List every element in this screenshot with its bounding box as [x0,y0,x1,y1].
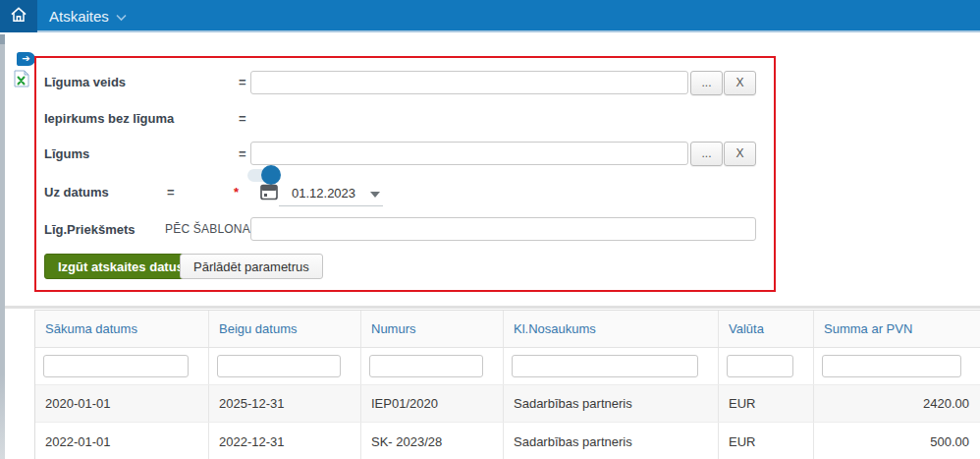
toggle-knob [261,165,281,185]
column-header-valuta[interactable]: Valūta [719,311,814,347]
cell-kl-nosaukums: Sadarbības partneris [504,385,719,422]
section-divider [5,306,980,309]
ligums-label: Līgums [44,146,89,161]
cell-sakuma-datums: 2020-01-01 [35,385,209,422]
iepirkums-bez-liguma-label: Iepirkums bez līguma [44,111,174,126]
cell-numurs: IEP01/2020 [361,385,504,422]
page-title-dropdown[interactable]: Atskaites [49,0,127,32]
table-row[interactable]: 2020-01-01 2025-12-31 IEP01/2020 Sadarbī… [35,385,980,423]
filter-input-valuta[interactable] [727,355,793,377]
excel-icon [14,76,29,90]
page-title: Atskaites [49,8,109,25]
app-window: Atskaites ➔ Līguma veids = ... X Iepirku… [0,0,980,459]
iepirkums-bez-liguma-toggle[interactable] [247,169,276,182]
column-header-kl-nosaukums[interactable]: Kl.Nosaukums [504,311,719,347]
parameters-panel: Līguma veids = ... X Iepirkums bez līgum… [34,56,776,292]
table-filter-row [35,348,980,385]
uz-datums-value[interactable]: 01.12.2023 [292,186,355,201]
liguma-veids-lookup-button[interactable]: ... [690,71,723,95]
ligums-operator: = [239,146,246,161]
panel-expand-button[interactable]: ➔ [17,52,35,66]
filter-input-kl-nosaukums[interactable] [512,355,698,377]
liguma-veids-operator: = [239,75,246,89]
filter-input-numurs[interactable] [369,355,483,377]
results-table: Sākuma datums Beigu datums Numurs Kl.Nos… [34,310,980,459]
cell-kl-nosaukums: Sadarbības partneris [504,423,719,459]
lig-priekssmets-input[interactable] [250,217,756,241]
cell-summa: 2420.00 [814,385,980,422]
liguma-veids-input[interactable] [250,71,688,94]
uz-datums-label: Uz datums [44,185,109,200]
ligums-clear-button[interactable]: X [724,142,756,166]
cell-beigu-datums: 2025-12-31 [209,385,361,422]
iepirkums-operator: = [239,111,246,126]
top-navigation-bar: Atskaites [0,0,980,32]
column-header-beigu-datums[interactable]: Beigu datums [209,311,361,347]
cell-valuta: EUR [719,385,814,422]
ligums-input[interactable] [250,142,688,165]
home-icon [9,5,28,28]
required-asterisk: * [234,185,239,200]
filter-input-beigu-datums[interactable] [217,355,341,377]
collapsed-sidebar-strip[interactable] [0,34,5,459]
excel-export-button[interactable] [14,70,29,87]
filter-input-sakuma-datums[interactable] [43,355,189,377]
date-dropdown-caret[interactable] [370,192,380,198]
cell-numurs: SK- 2023/28 [361,423,504,459]
column-header-numurs[interactable]: Numurs [361,311,504,347]
izgut-atskaites-datus-button[interactable]: Izgūt atskaites datus [44,254,197,279]
liguma-veids-label: Līguma veids [44,75,126,89]
filter-input-summa[interactable] [822,355,961,377]
pec-sablona-modifier: PĒC ŠABLONA [165,222,250,236]
table-row[interactable]: 2022-01-01 2022-12-31 SK- 2023/28 Sadarb… [35,423,980,459]
parladet-parametrus-button[interactable]: Pārlādēt parametrus [180,254,323,279]
cell-beigu-datums: 2022-12-31 [209,423,361,459]
uz-datums-operator: = [167,185,175,200]
arrow-right-icon: ➔ [22,53,29,64]
lig-priekssmets-label: Līg.Priekšmets [44,222,136,237]
cell-summa: 500.00 [814,423,980,459]
home-button[interactable] [0,0,37,32]
table-header-row: Sākuma datums Beigu datums Numurs Kl.Nos… [35,311,980,348]
liguma-veids-clear-button[interactable]: X [724,71,756,95]
chevron-down-icon [116,8,127,25]
column-header-sakuma-datums[interactable]: Sākuma datums [35,311,209,347]
ligums-lookup-button[interactable]: ... [690,142,723,166]
calendar-icon[interactable] [260,183,278,201]
cell-valuta: EUR [719,423,814,459]
column-header-summa-ar-pvn[interactable]: Summa ar PVN [814,311,980,347]
cell-sakuma-datums: 2022-01-01 [35,423,209,459]
date-underline [279,205,383,206]
